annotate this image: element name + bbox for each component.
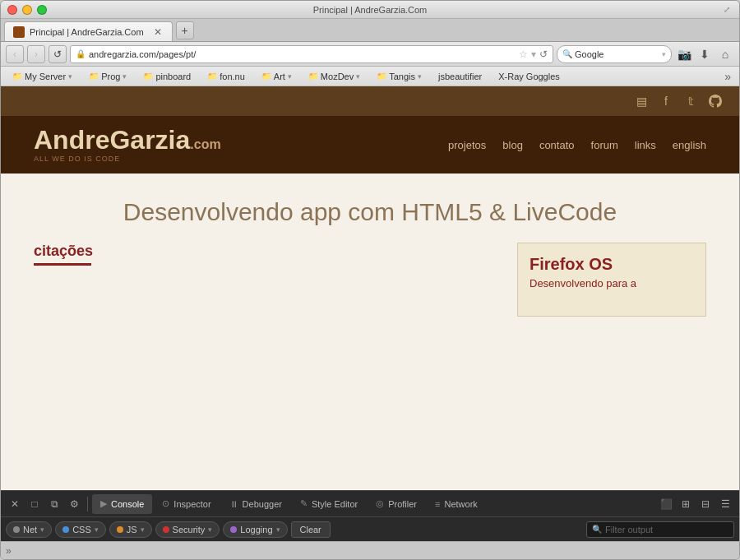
new-tab-button[interactable]: +: [176, 21, 194, 39]
citacoes-label: citações: [34, 243, 501, 260]
security-dot: [163, 526, 169, 533]
filter-output-box[interactable]: 🔍 Filter output: [586, 521, 734, 538]
devtools-undock-button[interactable]: □: [25, 495, 44, 513]
devtools-tab-profiler[interactable]: ◎ Profiler: [368, 494, 425, 514]
devtools-tab-console[interactable]: ▶ Console: [92, 494, 152, 514]
download-icon[interactable]: ⬇: [696, 45, 714, 63]
window-controls[interactable]: [7, 5, 47, 15]
nav-links[interactable]: links: [635, 139, 656, 151]
bookmark-label: Tangis: [389, 72, 415, 81]
filter-css[interactable]: CSS ▾: [55, 521, 106, 538]
site-columns: citações Firefox OS Desenvolvendo para a: [1, 243, 739, 317]
tab-label: Principal | AndreGarzia.Com: [30, 27, 144, 37]
chevron-icon: ▾: [68, 72, 72, 81]
bookmark-fon-nu[interactable]: 📁 fon.nu: [201, 68, 252, 85]
bookmark-star-icon[interactable]: ☆: [519, 49, 528, 60]
logging-dot: [230, 526, 237, 533]
css-label: CSS: [72, 525, 91, 535]
bookmark-label: jsbeautifier: [438, 72, 482, 81]
nav-projetos[interactable]: projetos: [448, 139, 486, 151]
github-icon[interactable]: [708, 94, 723, 109]
url-text: andregarzia.com/pages/pt/: [89, 49, 516, 59]
filter-js[interactable]: JS ▾: [109, 521, 152, 538]
site-header: AndreGarzia.com ALL WE DO IS CODE projet…: [1, 116, 739, 174]
devtools-tab-network[interactable]: ≡ Network: [427, 494, 486, 514]
status-bar: »: [1, 541, 739, 559]
filter-output-placeholder: Filter output: [605, 525, 728, 535]
debugger-icon: ⏸: [229, 499, 238, 509]
devtools-tab-debugger[interactable]: ⏸ Debugger: [221, 494, 290, 514]
devtools-icon-3[interactable]: ⊟: [696, 495, 715, 513]
devtools-settings-button[interactable]: ⚙: [65, 495, 83, 513]
bookmark-art[interactable]: 📁 Art ▾: [255, 68, 298, 85]
bookmark-mozdev[interactable]: 📁 MozDev ▾: [302, 68, 367, 85]
search-dropdown-icon[interactable]: ▾: [662, 50, 666, 58]
tab-close-button[interactable]: ✕: [152, 26, 164, 38]
css-dot: [62, 526, 69, 533]
nav-blog[interactable]: blog: [502, 139, 523, 151]
browser-tab-active[interactable]: Principal | AndreGarzia.Com ✕: [4, 21, 173, 41]
bookmark-x-ray-goggles[interactable]: X-Ray Goggles: [492, 68, 567, 85]
nav-english[interactable]: english: [673, 139, 706, 151]
filter-logging[interactable]: Logging ▾: [223, 521, 287, 538]
minimize-button[interactable]: [22, 5, 32, 15]
url-down-icon[interactable]: ▾: [531, 49, 536, 60]
search-bar[interactable]: 🔍 Google ▾: [557, 45, 672, 63]
security-chevron-icon: ▾: [208, 525, 212, 534]
bookmark-pinboard[interactable]: 📁 pinboard: [136, 68, 197, 85]
site-title-area: Desenvolvendo app com HTML5 & LiveCode: [1, 174, 739, 243]
firefox-card-title: Firefox OS: [530, 255, 694, 274]
home-icon[interactable]: ⌂: [716, 45, 734, 63]
inspector-icon: ⊙: [162, 498, 169, 509]
chevron-icon: ▾: [123, 72, 127, 81]
devtools-tab-style-editor[interactable]: ✎ Style Editor: [292, 494, 366, 514]
search-engine-label: Google: [575, 49, 659, 59]
navigation-bar: ‹ › ↺ 🔒 andregarzia.com/pages/pt/ ☆ ▾ ↺ …: [1, 42, 739, 67]
facebook-icon[interactable]: f: [659, 94, 673, 109]
close-button[interactable]: [7, 5, 17, 15]
inspector-tab-label: Inspector: [173, 499, 210, 509]
console-icon: ▶: [100, 498, 107, 509]
screenshots-icon[interactable]: 📷: [675, 45, 693, 63]
reload-button[interactable]: ↺: [49, 45, 67, 63]
site-left-column: citações: [34, 243, 501, 317]
devtools-tab-inspector[interactable]: ⊙ Inspector: [154, 494, 219, 514]
rss-icon[interactable]: ▤: [634, 94, 649, 109]
folder-icon: 📁: [308, 72, 318, 81]
url-reload-icon[interactable]: ↺: [539, 49, 548, 60]
site-logo-sub: ALL WE DO IS CODE: [34, 155, 221, 163]
devtools-close-button[interactable]: ✕: [6, 495, 24, 513]
folder-icon: 📁: [89, 72, 99, 81]
url-bar[interactable]: 🔒 andregarzia.com/pages/pt/ ☆ ▾ ↺: [70, 45, 553, 63]
bookmark-tangis[interactable]: 📁 Tangis ▾: [370, 68, 428, 85]
site-logo: AndreGarzia.com ALL WE DO IS CODE: [34, 127, 221, 163]
maximize-button[interactable]: [37, 5, 47, 15]
bookmarks-more-button[interactable]: »: [721, 70, 734, 83]
clear-button[interactable]: Clear: [291, 521, 331, 538]
bookmark-jsbeautifier[interactable]: jsbeautifier: [432, 68, 488, 85]
css-chevron-icon: ▾: [95, 525, 99, 534]
folder-icon: 📁: [377, 72, 386, 81]
nav-forum[interactable]: forum: [591, 139, 618, 151]
site-content: Desenvolvendo app com HTML5 & LiveCode c…: [1, 174, 739, 490]
devtools-dock-button[interactable]: ⧉: [45, 495, 63, 513]
bookmark-prog[interactable]: 📁 Prog ▾: [82, 68, 133, 85]
bookmark-label: Art: [274, 72, 285, 81]
nav-contato[interactable]: contato: [539, 139, 575, 151]
filter-net[interactable]: Net ▾: [6, 521, 52, 538]
bookmark-label: X-Ray Goggles: [498, 72, 560, 81]
twitter-icon[interactable]: 𝕥: [683, 94, 698, 109]
logging-label: Logging: [240, 525, 272, 535]
net-dot: [13, 526, 20, 533]
devtools-bar: ✕ □ ⧉ ⚙ ▶ Console ⊙ Inspector ⏸ Debugger…: [1, 490, 739, 516]
bookmark-my-server[interactable]: 📁 My Server ▾: [6, 68, 79, 85]
forward-button[interactable]: ›: [27, 45, 45, 63]
back-button[interactable]: ‹: [6, 45, 24, 63]
devtools-icon-4[interactable]: ☰: [716, 495, 734, 513]
devtools-icon-1[interactable]: ⬛: [657, 495, 675, 513]
chevron-icon: ▾: [288, 72, 292, 81]
filter-security[interactable]: Security ▾: [155, 521, 220, 538]
folder-icon: 📁: [143, 72, 153, 81]
devtools-icon-2[interactable]: ⊞: [677, 495, 695, 513]
window-title: Principal | AndreGarzia.Com: [313, 5, 428, 15]
